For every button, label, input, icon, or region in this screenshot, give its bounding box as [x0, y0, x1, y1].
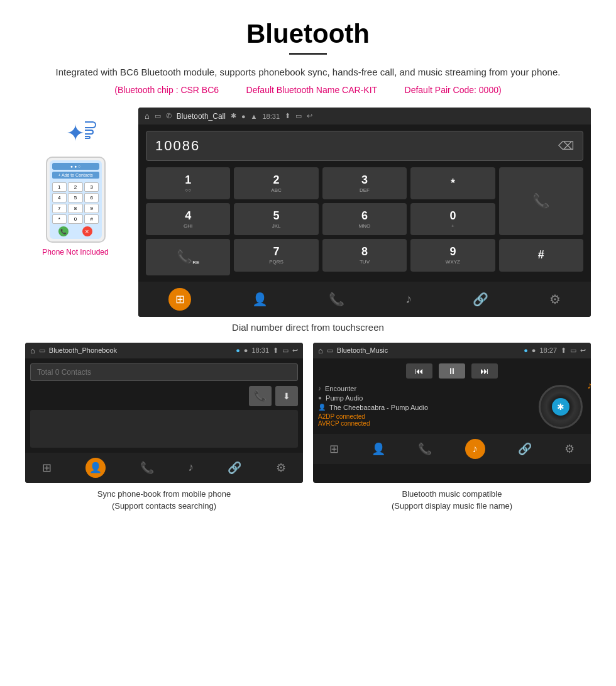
backspace-button[interactable]: ⌫ [558, 139, 574, 153]
pb-bt-icon: ● [236, 346, 240, 354]
music-info-area: ♪ Encounter ● Pump Audio 👤 The Cheebacab… [318, 385, 586, 429]
music-notes-deco: ♪ [587, 380, 591, 391]
ms-back: ↩ [580, 346, 586, 355]
pb-window: ▭ [282, 346, 289, 355]
play-pause-btn[interactable]: ⏸ [439, 363, 465, 379]
page-title: Bluetooth [25, 19, 591, 49]
expand-icon: ⬆ [285, 112, 290, 120]
key-9[interactable]: 9WXYZ [410, 239, 495, 271]
key-7[interactable]: 7PQRS [234, 239, 318, 271]
ms-caption-line2: (Support display music file name) [392, 501, 512, 511]
pb-signal: ● [244, 346, 248, 354]
call-screen-header: ⌂ ▭ ✆ Bluetooth_Call ✱ ● ▲ 18:31 ⬆ ▭ ↩ [138, 108, 591, 124]
window-icon: ▭ [295, 112, 302, 120]
contact-search-input[interactable] [30, 363, 298, 381]
pb-caption-line1: Sync phone-book from mobile phone [97, 489, 231, 499]
calls-nav-icon[interactable]: 📞 [329, 292, 344, 307]
phone-end-btn: ✕ [82, 226, 92, 236]
phonebook-car-screen: ⌂ ▭ Bluetooth_Phonebook ● ● 18:31 ⬆ ▭ ↩ … [25, 343, 303, 483]
album-bt-icon: ✱ [552, 398, 569, 416]
phone-illustration: ✦ ● ● ○ + Add to Contacts 1 2 3 4 5 6 7 [25, 108, 126, 317]
phonebook-title: Bluetooth_Phonebook [49, 346, 232, 354]
track-3: 👤 The Cheebacabra - Pump Audio [318, 404, 534, 411]
clock: 18:31 [262, 113, 280, 120]
pb-link-icon[interactable]: 🔗 [228, 461, 241, 475]
ms-dialpad-icon[interactable]: ⊞ [329, 442, 339, 456]
download-contact-btn[interactable]: ⬇ [275, 386, 298, 406]
arc-large [85, 121, 96, 128]
phonebook-screen-header: ⌂ ▭ Bluetooth_Phonebook ● ● 18:31 ⬆ ▭ ↩ [25, 343, 303, 358]
music-bottom-bar: ⊞ 👤 📞 ♪ 🔗 ⚙ [313, 434, 591, 464]
ms-contacts-icon[interactable]: 👤 [371, 442, 385, 456]
main-screen-container: ✦ ● ● ○ + Add to Contacts 1 2 3 4 5 6 7 [25, 108, 591, 317]
key-1[interactable]: 1○○ [146, 167, 230, 199]
ms-expand: ⬆ [561, 346, 566, 355]
pb-expand: ⬆ [273, 346, 278, 355]
next-track-btn[interactable]: ⏭ [471, 363, 498, 379]
description: Integrated with BC6 Bluetooth module, su… [25, 65, 591, 80]
pb-home-icon: ⌂ [30, 346, 35, 355]
bt-chip: (Bluetooth chip : CSR BC6 [114, 85, 219, 95]
pb-calls-icon[interactable]: 📞 [140, 461, 154, 475]
key-hash[interactable]: # [499, 239, 583, 271]
phone-key: 8 [68, 204, 83, 213]
signal-arcs [85, 121, 96, 139]
album-disc: ✱ [539, 385, 583, 429]
dialpad-nav-icon[interactable]: ⊞ [168, 288, 191, 311]
sim-icon: ▭ [155, 112, 161, 120]
redial-button[interactable]: 📞RE [146, 239, 230, 275]
key-star[interactable]: * [410, 167, 495, 199]
track-2-icon: ● [318, 394, 322, 401]
pb-settings-icon[interactable]: ⚙ [276, 461, 286, 475]
bottom-screens-container: ⌂ ▭ Bluetooth_Phonebook ● ● 18:31 ⬆ ▭ ↩ … [25, 343, 591, 512]
call-car-screen: ⌂ ▭ ✆ Bluetooth_Call ✱ ● ▲ 18:31 ⬆ ▭ ↩ 1… [138, 108, 591, 317]
track-2: ● Pump Audio [318, 394, 534, 402]
key-6[interactable]: 6MNO [322, 203, 407, 235]
call-screen-title: Bluetooth_Call [177, 112, 226, 121]
avrcp-text: AVRCP connected [318, 420, 534, 427]
pb-dialpad-icon[interactable]: ⊞ [42, 461, 52, 475]
a2dp-status: A2DP connected AVRCP connected [318, 413, 534, 427]
music-nav-icon[interactable]: ♪ [405, 292, 412, 306]
phonebook-content: 📞 ⬇ [25, 358, 303, 453]
track-1: ♪ Encounter [318, 385, 534, 392]
bluetooth-icon-wrap: ✦ [66, 120, 85, 147]
ms-window: ▭ [570, 346, 576, 355]
pb-contacts-icon[interactable]: 👤 [85, 458, 106, 478]
music-content: ⏮ ⏸ ⏭ ♪ Encounter ● Pump Audio [313, 358, 591, 434]
contacts-nav-icon[interactable]: 👤 [252, 292, 268, 307]
key-3[interactable]: 3DEF [322, 167, 407, 199]
track-3-name: The Cheebacabra - Pump Audio [329, 404, 534, 411]
music-car-screen: ⌂ ▭ Bluetooth_Music ● ● 18:27 ⬆ ▭ ↩ ⏮ ⏸ … [313, 343, 591, 483]
pb-sim-icon: ▭ [39, 346, 45, 355]
phone-mockup: ● ● ○ + Add to Contacts 1 2 3 4 5 6 7 8 … [46, 157, 106, 243]
prev-track-btn[interactable]: ⏮ [406, 363, 432, 379]
ms-music-icon[interactable]: ♪ [465, 439, 485, 459]
bt-name: Default Bluetooth Name CAR-KIT [246, 85, 378, 95]
phone-keypad: 1 2 3 4 5 6 7 8 9 * 0 # [52, 182, 99, 224]
track-1-icon: ♪ [318, 385, 321, 392]
settings-nav-icon[interactable]: ⚙ [549, 292, 561, 307]
ms-calls-icon[interactable]: 📞 [418, 442, 432, 456]
key-2[interactable]: 2ABC [234, 167, 318, 199]
music-screen-wrap: ⌂ ▭ Bluetooth_Music ● ● 18:27 ⬆ ▭ ↩ ⏮ ⏸ … [313, 343, 591, 512]
pb-music-icon[interactable]: ♪ [188, 461, 194, 474]
call-contact-btn[interactable]: 📞 [249, 386, 272, 406]
album-art-area: ✱ ♪ [539, 385, 586, 429]
ms-link-icon[interactable]: 🔗 [518, 442, 532, 456]
ms-signal: ● [532, 346, 536, 354]
track-list: ♪ Encounter ● Pump Audio 👤 The Cheebacab… [318, 385, 534, 429]
phone-key: 6 [84, 193, 99, 202]
key-4[interactable]: 4GHI [146, 203, 230, 235]
link-nav-icon[interactable]: 🔗 [473, 292, 488, 307]
bt-pair: Default Pair Code: 0000) [405, 85, 502, 95]
ms-settings-icon[interactable]: ⚙ [564, 442, 575, 456]
key-5[interactable]: 5JKL [234, 203, 318, 235]
call-button[interactable]: 📞 [499, 167, 583, 235]
phone-add-contact: + Add to Contacts [52, 172, 99, 179]
key-8[interactable]: 8TUV [322, 239, 407, 271]
track-3-icon: 👤 [318, 404, 326, 411]
key-0[interactable]: 0+ [410, 203, 495, 235]
call-icon: ✆ [166, 112, 172, 120]
title-underline [289, 53, 327, 55]
